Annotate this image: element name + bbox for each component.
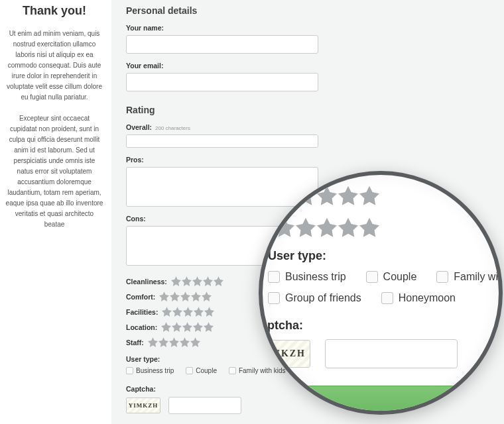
thank-you-para-2: Excepteur sint occaecat cupidatat non pr… bbox=[5, 113, 103, 230]
usertype-label: User type: bbox=[126, 355, 489, 363]
personal-details-title: Personal details bbox=[126, 5, 489, 16]
cons-label: Cons: bbox=[126, 215, 489, 223]
email-input[interactable] bbox=[126, 73, 318, 91]
star-icon[interactable] bbox=[169, 337, 179, 347]
star-group[interactable] bbox=[171, 276, 223, 286]
rating-staff[interactable]: Staff: bbox=[126, 337, 489, 347]
star-icon[interactable] bbox=[182, 322, 192, 332]
rating-facilities[interactable]: Facilities: bbox=[126, 307, 489, 317]
star-icon[interactable] bbox=[158, 337, 168, 347]
star-group[interactable] bbox=[161, 322, 214, 332]
captcha-label: Captcha: bbox=[126, 385, 489, 393]
email-label: Your email: bbox=[126, 62, 489, 70]
star-icon[interactable] bbox=[191, 292, 201, 301]
star-icon[interactable] bbox=[161, 322, 171, 332]
star-icon[interactable] bbox=[190, 337, 200, 347]
star-icon[interactable] bbox=[183, 307, 193, 317]
usertype-business[interactable]: Business trip bbox=[126, 367, 174, 374]
thank-you-sidebar: Thank you! Ut enim ad minim veniam, quis… bbox=[0, 0, 111, 424]
star-icon[interactable] bbox=[171, 276, 181, 286]
rating-title: Rating bbox=[126, 105, 489, 115]
star-icon[interactable] bbox=[172, 307, 182, 317]
pros-label: Pros: bbox=[126, 156, 489, 164]
usertype-family[interactable]: Family with kids bbox=[229, 367, 286, 374]
review-form-panel: Personal details Your name: Your email: … bbox=[111, 0, 504, 424]
usertype-couple[interactable]: Couple bbox=[186, 367, 217, 374]
usertype-honeymoon[interactable]: Honeymoon bbox=[367, 367, 412, 374]
star-icon[interactable] bbox=[204, 307, 214, 317]
rating-location[interactable]: Location: bbox=[126, 322, 489, 332]
overall-label: Overall: 200 characters bbox=[126, 123, 489, 131]
captcha-image: YIMKZH bbox=[126, 398, 160, 413]
star-group[interactable] bbox=[148, 337, 200, 347]
star-icon[interactable] bbox=[192, 276, 202, 286]
pros-textarea[interactable] bbox=[126, 167, 318, 207]
thank-you-para-1: Ut enim ad minim veniam, quis nostrud ex… bbox=[5, 28, 103, 103]
usertype-friends[interactable]: Group of friends bbox=[298, 367, 355, 374]
star-icon[interactable] bbox=[204, 322, 214, 332]
cons-textarea[interactable] bbox=[126, 226, 318, 266]
star-group[interactable] bbox=[162, 307, 214, 317]
star-icon[interactable] bbox=[170, 292, 180, 301]
overall-hint: 200 characters bbox=[155, 125, 190, 131]
thank-you-heading: Thank you! bbox=[5, 4, 103, 18]
star-icon[interactable] bbox=[194, 307, 204, 317]
star-group[interactable] bbox=[159, 292, 212, 301]
star-icon[interactable] bbox=[180, 337, 190, 347]
name-input[interactable] bbox=[126, 35, 318, 54]
star-icon[interactable] bbox=[172, 322, 182, 332]
rating-comfort[interactable]: Comfort: bbox=[126, 292, 489, 301]
star-icon[interactable] bbox=[203, 276, 213, 286]
star-icon[interactable] bbox=[180, 292, 190, 301]
star-icon[interactable] bbox=[202, 292, 212, 301]
star-icon[interactable] bbox=[159, 292, 169, 301]
star-icon[interactable] bbox=[193, 322, 203, 332]
captcha-input[interactable] bbox=[168, 397, 241, 414]
rating-cleanliness[interactable]: Cleanliness: bbox=[126, 276, 489, 286]
star-icon[interactable] bbox=[162, 307, 172, 317]
star-icon[interactable] bbox=[214, 276, 223, 286]
overall-textarea[interactable] bbox=[126, 134, 318, 148]
star-icon[interactable] bbox=[182, 276, 192, 286]
name-label: Your name: bbox=[126, 24, 489, 32]
star-icon[interactable] bbox=[148, 337, 158, 347]
